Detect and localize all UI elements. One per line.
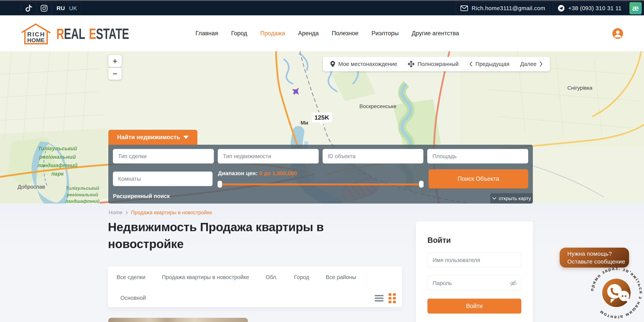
login-submit-button[interactable]: Войти bbox=[428, 298, 521, 314]
next-button[interactable]: Далее bbox=[520, 61, 542, 67]
chevron-down-icon bbox=[492, 197, 496, 200]
svg-text:регіональний: регіональний bbox=[39, 154, 76, 160]
open-map-button[interactable]: открыть карту bbox=[490, 193, 533, 204]
price-range-label: Диапазон цен: bbox=[218, 170, 258, 176]
price-range-block: Диапазон цен: 0 до 1,500,000 bbox=[216, 170, 425, 188]
nav-glavnaya[interactable]: Главная bbox=[196, 30, 218, 37]
logo-wordmark: REALESTATE bbox=[56, 25, 129, 42]
location-pin-icon bbox=[330, 61, 335, 67]
nav-poleznoe[interactable]: Полезное bbox=[332, 30, 358, 37]
site-header: RICH HOME REALESTATE Главная Город Прода… bbox=[0, 15, 644, 51]
svg-text:RICH: RICH bbox=[27, 31, 45, 38]
user-avatar-icon[interactable] bbox=[612, 28, 623, 39]
email-text: Rich.home3111@gmail.com bbox=[472, 5, 545, 12]
phone-text: +38 (093) 310 31 11 bbox=[568, 5, 622, 12]
search-panel: Диапазон цен: 0 до 1,500,000 Поиск Объек… bbox=[108, 145, 533, 204]
filter-all-deals[interactable]: Все сделки bbox=[116, 274, 145, 280]
chevron-right-icon bbox=[126, 211, 128, 215]
live-chat-widget[interactable]: прямо зараз. зв'яжіться з нашим агентом bbox=[586, 262, 644, 322]
nav-prodazha[interactable]: Продажа bbox=[260, 30, 285, 37]
property-photo[interactable] bbox=[108, 318, 248, 322]
filter-card: Все сделки Продажа квартиры в новостройк… bbox=[108, 266, 402, 307]
chevron-right-icon bbox=[540, 61, 542, 67]
svg-text:Тилігульський: Тилігульський bbox=[66, 186, 99, 191]
fullscreen-button[interactable]: Полноэкранный bbox=[408, 61, 458, 67]
breadcrumb-home[interactable]: Home bbox=[109, 210, 122, 216]
area-input[interactable] bbox=[427, 149, 528, 164]
map[interactable]: Снігурівка Воскресенське Ми Доброслав Ти… bbox=[0, 51, 644, 204]
prev-button[interactable]: Предыдущая bbox=[470, 61, 510, 67]
svg-text:125K: 125K bbox=[314, 114, 329, 121]
login-card: Войти Войти Нужна учетная запись? Зареги… bbox=[416, 222, 533, 322]
page-title: Недвижимость Продажа квартиры в новостро… bbox=[108, 218, 376, 252]
language-switcher: RU UK bbox=[52, 2, 82, 14]
price-slider-track bbox=[218, 184, 423, 185]
object-id-input[interactable] bbox=[322, 149, 424, 164]
logo-house-icon: RICH HOME bbox=[21, 23, 51, 44]
filter-districts[interactable]: Все районы bbox=[326, 274, 356, 280]
property-type-input[interactable] bbox=[218, 149, 319, 164]
find-property-toggle[interactable]: Найти недвижимость bbox=[108, 130, 198, 145]
lang-ru[interactable]: RU bbox=[56, 5, 65, 12]
svg-text:HOME: HOME bbox=[27, 37, 45, 43]
advanced-search-link[interactable]: Расширенный поиск bbox=[113, 193, 170, 199]
map-label-mykolaiv: Ми bbox=[300, 120, 308, 126]
content-area: Home Продажа квартиры в новостройке Недв… bbox=[0, 204, 644, 322]
deal-type-input[interactable] bbox=[113, 149, 214, 164]
envelope-icon bbox=[460, 5, 468, 11]
zoom-in-button[interactable]: + bbox=[108, 55, 122, 67]
map-zoom-controls: + − bbox=[108, 55, 122, 80]
topbar: RU UK Rich.home3111@gmail.com +38 (093) … bbox=[0, 1, 644, 15]
tiktok-icon bbox=[26, 4, 32, 12]
zoom-out-button[interactable]: − bbox=[108, 68, 122, 80]
breadcrumb: Home Продажа квартиры в новостройке bbox=[109, 210, 212, 216]
filter-deal-type[interactable]: Продажа квартиры в новостройке bbox=[162, 274, 249, 280]
search-object-button[interactable]: Поиск Объекта bbox=[428, 169, 528, 188]
extension-badge[interactable]: æ bbox=[630, 2, 642, 14]
map-label-snihurivka: Снігурівка bbox=[567, 85, 592, 91]
eye-off-icon[interactable] bbox=[510, 280, 517, 286]
grid-view-icon[interactable] bbox=[388, 293, 396, 303]
svg-text:регіональний: регіональний bbox=[66, 192, 98, 197]
sort-select[interactable]: Основной bbox=[120, 295, 146, 301]
map-label-park-2: Тилігульський регіональний ландшафтний bbox=[65, 186, 100, 204]
svg-text:парк: парк bbox=[51, 171, 64, 177]
svg-text:Тилігульський: Тилігульський bbox=[38, 146, 77, 152]
phone-link[interactable]: +38 (093) 310 31 11 bbox=[553, 2, 626, 14]
svg-text:ландшафтний: ландшафтний bbox=[65, 198, 100, 204]
rooms-input[interactable] bbox=[113, 172, 212, 186]
telegram-icon bbox=[558, 4, 565, 12]
map-label-voskresenske: Воскресенське bbox=[360, 103, 396, 109]
move-arrows-icon bbox=[408, 61, 414, 67]
price-slider-handle-min[interactable] bbox=[218, 181, 222, 188]
filter-region[interactable]: Обл. bbox=[266, 274, 278, 280]
main-nav: Главная Город Продажа Аренда Полезное Ри… bbox=[196, 15, 459, 51]
lang-uk[interactable]: UK bbox=[69, 5, 77, 12]
extension-badge-glyph: æ bbox=[632, 4, 639, 12]
filter-city[interactable]: Город bbox=[294, 274, 309, 280]
email-link[interactable]: Rich.home3111@gmail.com bbox=[456, 2, 550, 14]
svg-text:ландшафтний: ландшафтний bbox=[37, 162, 78, 168]
nav-arenda[interactable]: Аренда bbox=[298, 30, 319, 37]
nav-rieltory[interactable]: Риэлторы bbox=[372, 30, 399, 37]
chevron-left-icon bbox=[470, 61, 472, 67]
map-toolbar: Мое местонахождение Полноэкранный Предыд… bbox=[323, 57, 550, 71]
price-range-value: 0 до 1,500,000 bbox=[259, 170, 297, 176]
login-title: Войти bbox=[428, 236, 521, 244]
instagram-link[interactable] bbox=[36, 2, 52, 14]
password-field[interactable] bbox=[428, 276, 521, 290]
nav-drugie-agentstva[interactable]: Другие агентства bbox=[412, 30, 459, 37]
price-slider[interactable] bbox=[218, 181, 423, 188]
breadcrumb-current[interactable]: Продажа квартиры в новостройке bbox=[131, 210, 212, 216]
nav-gorod[interactable]: Город bbox=[231, 30, 247, 37]
my-location-button[interactable]: Мое местонахождение bbox=[330, 61, 397, 67]
chevron-down-icon bbox=[183, 136, 188, 139]
logo[interactable]: RICH HOME REALESTATE bbox=[21, 23, 157, 44]
instagram-icon bbox=[40, 4, 48, 12]
map-label-dobroslav: Доброслав bbox=[18, 184, 45, 190]
username-field[interactable] bbox=[428, 252, 521, 268]
tiktok-link[interactable] bbox=[21, 2, 36, 14]
price-slider-handle-max[interactable] bbox=[419, 181, 424, 188]
list-view-icon[interactable] bbox=[375, 295, 384, 302]
